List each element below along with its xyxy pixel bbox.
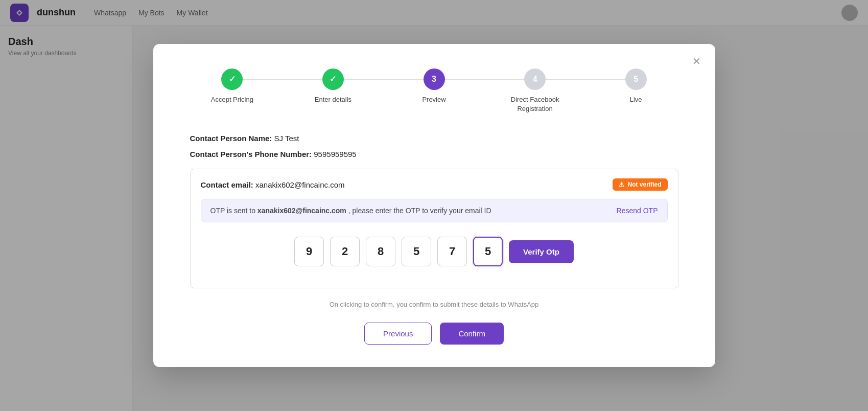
step-3-label: Preview	[422, 95, 445, 104]
step-4-label: Direct Facebook Registration	[504, 95, 566, 113]
otp-prefix: OTP is sent to	[210, 207, 257, 215]
contact-phone-line: Contact Person's Phone Number: 959595959…	[190, 150, 678, 158]
modal-container: ✕ ✓ Accept Pricing ✓ Enter details 3	[153, 44, 715, 367]
email-header: Contact email: xanakix602@fincainc.com ⚠…	[201, 178, 668, 191]
step-2-label: Enter details	[315, 95, 351, 104]
not-verified-label: Not verified	[627, 181, 661, 188]
contact-phone-label: Contact Person's Phone Number:	[190, 150, 312, 158]
otp-input-row: Verify Otp	[201, 237, 668, 266]
step-2: ✓ Enter details	[283, 68, 384, 104]
modal-overlay: ✕ ✓ Accept Pricing ✓ Enter details 3	[0, 0, 868, 411]
step-5-number: 5	[634, 75, 638, 84]
step-3-number: 3	[432, 75, 436, 84]
checkmark-icon-2: ✓	[330, 74, 336, 84]
previous-button[interactable]: Previous	[364, 323, 432, 345]
contact-phone-value: 9595959595	[314, 150, 356, 158]
otp-input-6[interactable]	[473, 237, 503, 266]
contact-person-label: Contact Person Name:	[190, 134, 272, 143]
otp-input-2[interactable]	[330, 237, 360, 266]
not-verified-badge: ⚠ Not verified	[613, 178, 667, 191]
modal-content: Contact Person Name: SJ Test Contact Per…	[182, 134, 687, 345]
footer-note: On clicking to confirm, you confirm to s…	[190, 301, 678, 308]
step-5-circle: 5	[625, 68, 647, 90]
resend-otp-button[interactable]: Resend OTP	[617, 207, 658, 215]
otp-suffix: , please enter the OTP to verify your em…	[346, 207, 491, 215]
step-1-circle: ✓	[221, 68, 243, 90]
close-button[interactable]: ✕	[690, 54, 703, 68]
email-verification-box: Contact email: xanakix602@fincainc.com ⚠…	[190, 169, 678, 288]
footer-buttons: Previous Confirm	[190, 323, 678, 345]
step-3-circle: 3	[424, 68, 445, 90]
step-5-label: Live	[630, 95, 642, 104]
stepper: ✓ Accept Pricing ✓ Enter details 3 Previ…	[182, 68, 687, 113]
step-5: 5 Live	[585, 68, 687, 104]
step-2-circle: ✓	[322, 68, 344, 90]
otp-info-text: OTP is sent to xanakix602@fincainc.com ,…	[210, 207, 491, 215]
email-label: Contact email: xanakix602@fincainc.com	[201, 180, 345, 189]
warning-icon: ⚠	[619, 181, 624, 188]
otp-input-5[interactable]	[437, 237, 467, 266]
otp-input-3[interactable]	[366, 237, 395, 266]
otp-email-bold: xanakix602@fincainc.com	[257, 207, 346, 215]
step-4-number: 4	[533, 75, 537, 84]
otp-input-4[interactable]	[402, 237, 431, 266]
step-1: ✓ Accept Pricing	[182, 68, 283, 104]
step-3: 3 Preview	[384, 68, 485, 104]
step-4-circle: 4	[524, 68, 546, 90]
checkmark-icon: ✓	[229, 74, 236, 84]
step-4: 4 Direct Facebook Registration	[484, 68, 585, 113]
confirm-button[interactable]: Confirm	[440, 323, 504, 345]
contact-email-value: xanakix602@fincainc.com	[255, 180, 344, 189]
contact-person-value: SJ Test	[274, 134, 299, 143]
otp-info-box: OTP is sent to xanakix602@fincainc.com ,…	[201, 199, 668, 222]
verify-otp-button[interactable]: Verify Otp	[509, 240, 574, 263]
step-1-label: Accept Pricing	[211, 95, 253, 104]
contact-email-label: Contact email:	[201, 180, 253, 189]
contact-person-line: Contact Person Name: SJ Test	[190, 134, 678, 143]
otp-input-1[interactable]	[294, 237, 324, 266]
